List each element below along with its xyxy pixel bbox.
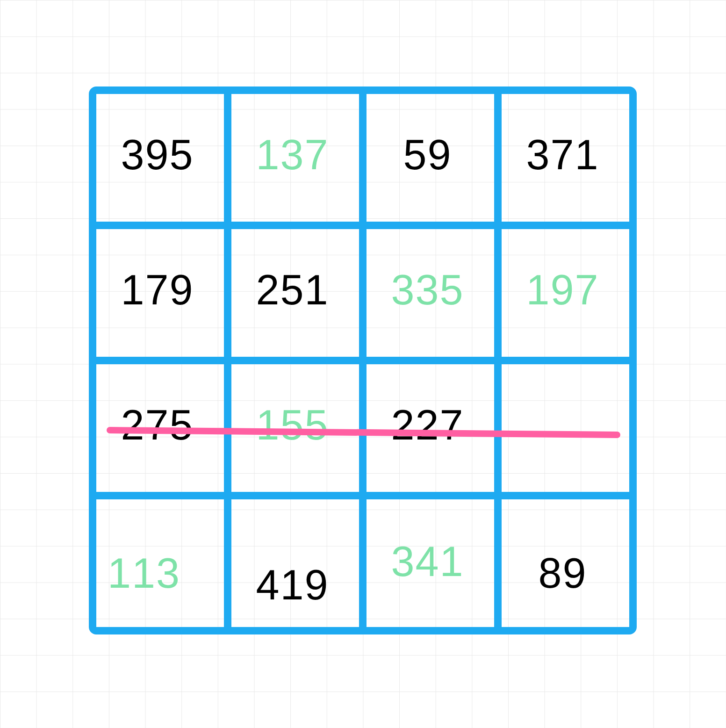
cell-2-0[interactable]: 275 — [89, 357, 226, 494]
cell-value: 197 — [526, 266, 599, 314]
cell-value: 251 — [256, 266, 329, 314]
cell-0-3[interactable]: 371 — [494, 86, 631, 223]
cell-value: 419 — [256, 561, 329, 609]
cell-value: 395 — [121, 131, 194, 179]
cell-3-2[interactable]: 341 — [359, 505, 496, 642]
cell-value: 335 — [391, 266, 464, 314]
cell-value: 113 — [108, 549, 180, 598]
cell-1-3[interactable]: 197 — [494, 222, 631, 359]
cell-1-1[interactable]: 251 — [224, 222, 361, 359]
cell-value: 89 — [538, 549, 587, 598]
game-grid: 395 137 59 371 179 251 335 197 275 155 2… — [89, 86, 637, 634]
cell-2-3[interactable] — [494, 357, 631, 494]
cell-0-2[interactable]: 59 — [359, 86, 496, 223]
cell-value: 341 — [391, 538, 464, 586]
cell-1-0[interactable]: 179 — [89, 222, 226, 359]
cell-2-2[interactable]: 227 — [359, 357, 496, 494]
cell-3-3[interactable]: 89 — [494, 505, 631, 642]
cell-3-1[interactable]: 419 — [224, 505, 361, 642]
cell-value: 371 — [526, 131, 599, 179]
cell-value: 275 — [121, 401, 194, 449]
cell-2-1[interactable]: 155 — [224, 357, 361, 494]
cell-value: 137 — [256, 131, 329, 179]
cell-value: 179 — [121, 266, 194, 314]
cell-1-2[interactable]: 335 — [359, 222, 496, 359]
cell-0-0[interactable]: 395 — [89, 86, 226, 223]
cell-0-1[interactable]: 137 — [224, 86, 361, 223]
cell-3-0[interactable]: 113 — [89, 505, 226, 642]
cell-value: 155 — [256, 401, 329, 449]
cell-value: 59 — [403, 131, 452, 179]
cell-value: 227 — [391, 401, 464, 449]
